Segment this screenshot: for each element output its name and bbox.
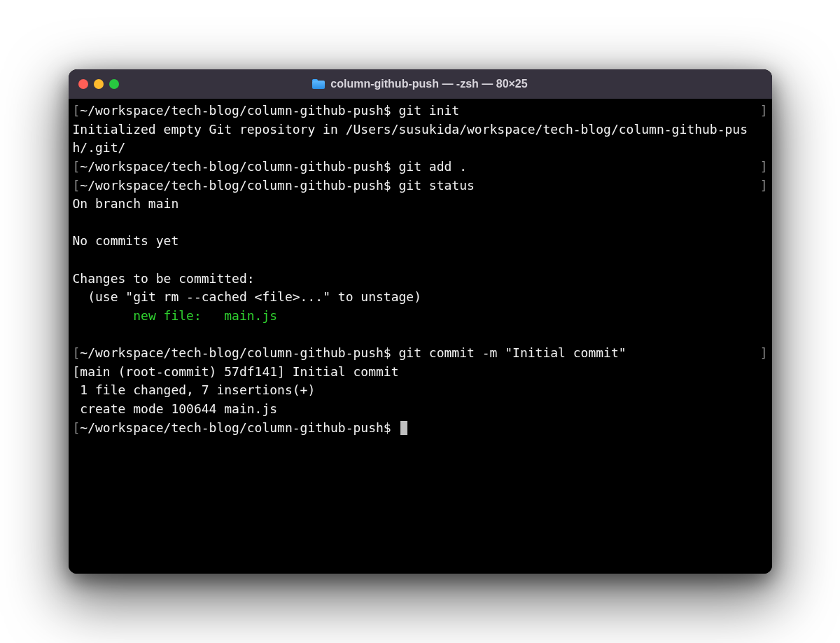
- prompt-path: ~/workspace/tech-blog/column-github-push…: [80, 178, 398, 193]
- prompt-close-bracket: ]: [760, 344, 768, 363]
- command-text: git status: [399, 178, 475, 193]
- prompt-path: ~/workspace/tech-blog/column-github-push…: [80, 159, 398, 174]
- maximize-icon[interactable]: [109, 79, 119, 89]
- prompt-path: ~/workspace/tech-blog/column-github-push…: [80, 420, 398, 435]
- command-text: git init: [399, 103, 460, 118]
- terminal-window: column-github-push — -zsh — 80×25 [~/wor…: [69, 69, 772, 574]
- cursor-icon: [400, 421, 407, 435]
- terminal-output[interactable]: [~/workspace/tech-blog/column-github-pus…: [69, 99, 772, 574]
- prompt-open-bracket: [: [73, 159, 80, 174]
- output-line: [main (root-commit) 57df141] Initial com…: [73, 363, 768, 382]
- command-text: git commit -m "Initial commit": [399, 345, 626, 360]
- output-line: 1 file changed, 7 insertions(+): [73, 381, 768, 400]
- prompt-path: ~/workspace/tech-blog/column-github-push…: [80, 103, 398, 118]
- prompt-close-bracket: ]: [760, 177, 768, 195]
- prompt-path: ~/workspace/tech-blog/column-github-push…: [80, 345, 398, 360]
- prompt-line: [~/workspace/tech-blog/column-github-pus…: [73, 419, 768, 438]
- output-line: (use "git rm --cached <file>..." to unst…: [73, 288, 768, 307]
- window-title-wrap: column-github-push — -zsh — 80×25: [69, 78, 772, 90]
- prompt-open-bracket: [: [73, 103, 80, 118]
- command-line: [~/workspace/tech-blog/column-github-pus…: [73, 158, 768, 177]
- command-line: [~/workspace/tech-blog/column-github-pus…: [73, 177, 768, 195]
- prompt-open-bracket: [: [73, 178, 80, 193]
- command-line: [~/workspace/tech-blog/column-github-pus…: [73, 344, 768, 363]
- traffic-lights: [78, 79, 119, 89]
- blank-line: [73, 214, 768, 233]
- output-line: create mode 100644 main.js: [73, 400, 768, 419]
- titlebar: column-github-push — -zsh — 80×25: [69, 69, 772, 99]
- output-line: Initialized empty Git repository in /Use…: [73, 120, 768, 158]
- prompt-close-bracket: ]: [760, 102, 768, 120]
- window-title: column-github-push — -zsh — 80×25: [330, 78, 527, 90]
- output-line: No commits yet: [73, 232, 768, 251]
- blank-line: [73, 251, 768, 270]
- output-line: Changes to be committed:: [73, 270, 768, 289]
- prompt-close-bracket: ]: [760, 158, 768, 177]
- command-line: [~/workspace/tech-blog/column-github-pus…: [73, 102, 768, 120]
- close-icon[interactable]: [78, 79, 88, 89]
- blank-line: [73, 326, 768, 345]
- minimize-icon[interactable]: [94, 79, 104, 89]
- prompt-open-bracket: [: [73, 420, 80, 435]
- prompt-open-bracket: [: [73, 345, 80, 360]
- staged-file-line: new file: main.js: [73, 307, 768, 326]
- folder-icon: [312, 79, 325, 89]
- command-text: git add .: [399, 159, 468, 174]
- output-line: On branch main: [73, 195, 768, 214]
